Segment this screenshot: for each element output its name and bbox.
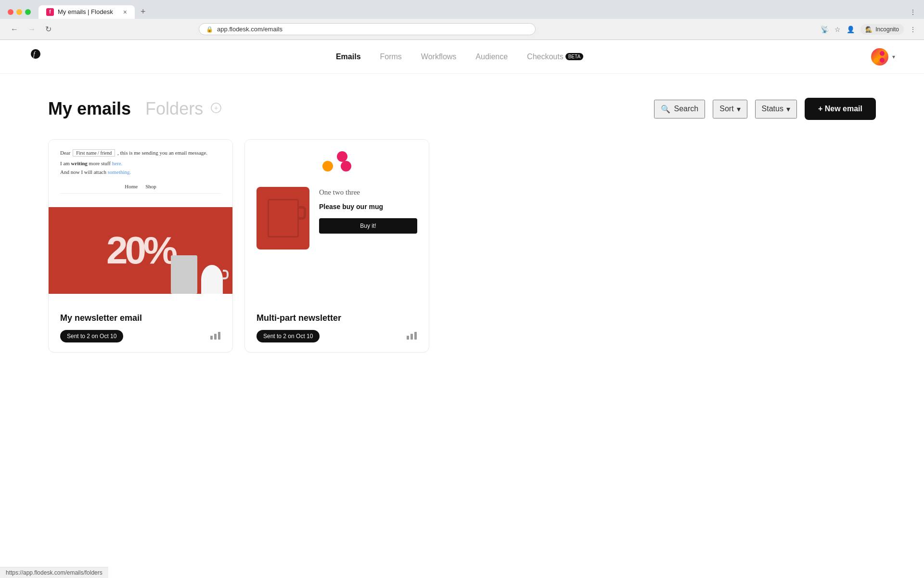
- header-actions: 🔍 Search Sort ▾ Status ▾ + New email: [654, 98, 876, 120]
- reload-button[interactable]: ↻: [42, 23, 54, 36]
- flodesk-logo[interactable]: f: [29, 47, 48, 66]
- incognito-hat-icon: 🕵️: [865, 26, 873, 33]
- search-button[interactable]: 🔍 Search: [654, 100, 706, 118]
- close-window-button[interactable]: [8, 9, 13, 15]
- page-header: My emails Folders + 🔍 Search Sort ▾ Stat…: [0, 74, 924, 139]
- avatar: [871, 48, 888, 66]
- svg-rect-4: [210, 336, 213, 340]
- back-button[interactable]: ←: [8, 23, 21, 36]
- minimize-window-button[interactable]: [16, 9, 22, 15]
- svg-text:+: +: [214, 104, 218, 112]
- email-card-1[interactable]: Dear First name / friend , this is me se…: [48, 139, 233, 353]
- status-bar: https://app.flodesk.com/emails/folders: [0, 567, 108, 578]
- avatar-chevron-icon: ▾: [892, 53, 895, 60]
- svg-rect-9: [414, 332, 417, 340]
- more-options-icon[interactable]: ⋮: [910, 26, 916, 33]
- mug-description: Please buy our mug: [319, 203, 417, 210]
- beta-badge: BETA: [565, 53, 583, 60]
- nav-links: Emails Forms Workflows Audience Checkout…: [336, 53, 583, 61]
- browser-toolbar: ← → ↻ 🔒 app.flodesk.com/emails 📡 ☆ 👤 🕵️ …: [0, 19, 924, 39]
- email-preview-2: One two three Please buy our mug Buy it!: [245, 140, 429, 303]
- app-container: f Emails Forms Workflows Audience Checko…: [0, 40, 924, 570]
- tab-title: My emails | Flodesk: [58, 8, 113, 15]
- address-bar[interactable]: 🔒 app.flodesk.com/emails: [199, 23, 536, 35]
- nav-workflows[interactable]: Workflows: [421, 53, 457, 61]
- handwriting-text: One two three: [319, 187, 417, 198]
- mug-content: One two three Please buy our mug Buy it!: [257, 187, 417, 250]
- new-email-button[interactable]: + New email: [805, 98, 876, 120]
- browser-action-icons: 📡 ☆ 👤 🕵️ Incognito ⋮: [821, 24, 916, 35]
- email-card-footer-2: Multi-part newsletter Sent to 2 on Oct 1…: [245, 303, 429, 352]
- sort-button[interactable]: Sort ▾: [713, 100, 747, 118]
- nav-checkouts[interactable]: Checkouts BETA: [527, 53, 583, 61]
- email-card-footer-1: My newsletter email Sent to 2 on Oct 10: [49, 303, 232, 352]
- svg-rect-6: [218, 332, 220, 340]
- add-folder-icon[interactable]: +: [211, 103, 221, 116]
- stats-icon-2[interactable]: [407, 331, 417, 342]
- stats-icon-1[interactable]: [210, 331, 221, 342]
- email-meta-1: Sent to 2 on Oct 10: [60, 330, 221, 342]
- svg-rect-8: [411, 334, 413, 340]
- status-button[interactable]: Status ▾: [755, 100, 797, 118]
- nav-home-link: Home: [125, 184, 138, 189]
- sent-badge-2: Sent to 2 on Oct 10: [257, 330, 320, 342]
- maximize-window-button[interactable]: [25, 9, 31, 15]
- status-url: https://app.flodesk.com/emails/folders: [6, 569, 103, 576]
- url-text: app.flodesk.com/emails: [217, 26, 528, 33]
- new-tab-button[interactable]: +: [135, 5, 152, 19]
- folders-tab[interactable]: Folders: [145, 99, 203, 119]
- buy-button[interactable]: Buy it!: [319, 218, 417, 234]
- sent-badge-1: Sent to 2 on Oct 10: [60, 330, 123, 342]
- browser-profile-icon[interactable]: 👤: [847, 26, 855, 33]
- svg-point-0: [31, 49, 40, 59]
- tab-favicon: f: [46, 8, 54, 16]
- forward-button[interactable]: →: [25, 23, 38, 36]
- cast-icon[interactable]: 📡: [821, 26, 829, 33]
- page-title: My emails: [48, 99, 131, 119]
- email-meta-2: Sent to 2 on Oct 10: [257, 330, 417, 342]
- close-tab-button[interactable]: ×: [123, 8, 127, 16]
- incognito-badge: 🕵️ Incognito: [860, 24, 904, 35]
- nav-forms[interactable]: Forms: [380, 53, 402, 61]
- email-grid: Dear First name / friend , this is me se…: [0, 139, 674, 381]
- browser-tab-active[interactable]: f My emails | Flodesk ×: [38, 5, 135, 19]
- email-title-2: Multi-part newsletter: [257, 313, 417, 323]
- incognito-label: Incognito: [875, 26, 899, 33]
- nav-shop-link: Shop: [145, 184, 156, 189]
- newsletter-preview-content: Dear First name / friend , this is me se…: [49, 140, 232, 207]
- sort-chevron-icon: ▾: [737, 105, 741, 114]
- mug-text: One two three Please buy our mug Buy it!: [319, 187, 417, 234]
- nav-emails[interactable]: Emails: [336, 53, 361, 61]
- ssl-lock-icon: 🔒: [206, 26, 213, 33]
- flodesk-dots-logo: [322, 151, 351, 171]
- svg-rect-5: [214, 334, 217, 340]
- traffic-lights: [8, 9, 31, 15]
- top-nav: f Emails Forms Workflows Audience Checko…: [0, 40, 924, 74]
- nav-audience[interactable]: Audience: [475, 53, 508, 61]
- email-title-1: My newsletter email: [60, 313, 221, 323]
- newsletter-hero-image: 20%: [49, 207, 232, 294]
- bookmark-star-icon[interactable]: ☆: [834, 26, 841, 33]
- browser-chrome: f My emails | Flodesk × + ⋮ ← → ↻ 🔒 app.…: [0, 0, 924, 40]
- status-chevron-icon: ▾: [786, 105, 790, 114]
- email-preview-1: Dear First name / friend , this is me se…: [49, 140, 232, 303]
- email-card-2[interactable]: One two three Please buy our mug Buy it!…: [244, 139, 429, 353]
- search-icon: 🔍: [661, 105, 670, 114]
- user-avatar-wrapper[interactable]: ▾: [871, 48, 895, 66]
- svg-rect-7: [407, 336, 409, 340]
- mug-image: [257, 187, 309, 250]
- tabs-menu-icon[interactable]: ⋮: [910, 8, 916, 16]
